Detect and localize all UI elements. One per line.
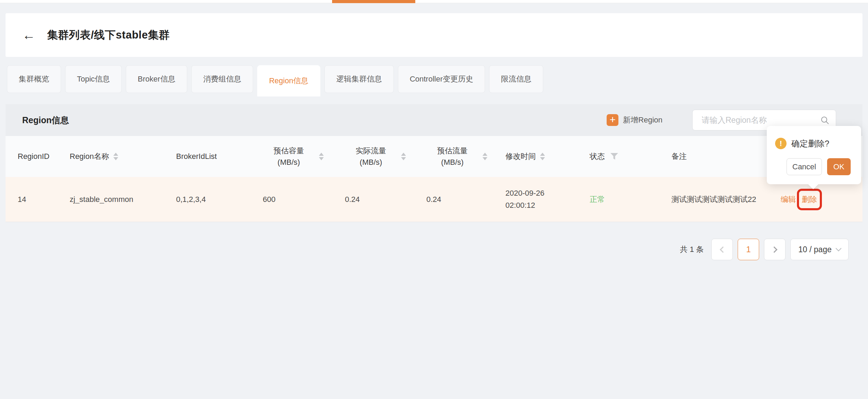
tab-logical-cluster-info[interactable]: 逻辑集群信息 [324,65,394,93]
col-title: 预估容量 (MB/s) [263,145,315,168]
pagination: 共 1 条 1 10 / page [0,239,849,260]
tab-topic-info[interactable]: Topic信息 [65,65,122,93]
col-title: 备注 [671,151,687,162]
region-info-panel: Region信息 + 新增Region RegionID Region名称 Br [6,104,862,222]
top-nav-strip [0,0,868,3]
tab-throttle-info[interactable]: 限流信息 [489,65,543,93]
table-header-row: RegionID Region名称 BrokerIdList 预估容量 (MB/… [6,136,862,177]
filter-icon[interactable] [610,153,618,160]
search-icon[interactable] [820,116,830,125]
tab-consumer-group-info[interactable]: 消费组信息 [191,65,253,93]
tab-bar: 集群概览 Topic信息 Broker信息 消费组信息 Region信息 逻辑集… [7,65,862,96]
sort-icon[interactable] [540,153,545,160]
col-header-modify-time: 修改时间 [505,151,590,162]
panel-header: Region信息 + 新增Region [6,104,862,136]
chevron-left-icon [720,246,726,253]
cell-actions: 编辑 删除 [781,194,857,205]
col-header-region-name: Region名称 [70,151,176,162]
pagination-total: 共 1 条 [680,244,704,255]
cell-modify-time: 2020-09-26 02:00:12 [505,187,590,211]
add-region-label: 新增Region [623,115,662,125]
edit-link[interactable]: 编辑 [781,194,796,205]
sort-icon[interactable] [401,153,406,160]
col-header-est-flow: 预估流量 (MB/s) [426,145,505,168]
col-title: RegionID [18,152,50,161]
delete-confirm-popover: ! 确定删除? Cancel OK [767,126,861,184]
cell-est-flow: 0.24 [426,195,505,204]
tab-broker-info[interactable]: Broker信息 [126,65,187,93]
region-search-input[interactable] [701,115,820,125]
col-header-status: 状态 [590,151,671,162]
col-header-actual-flow: 实际流量 (MB/s) [345,145,426,168]
page-size-select[interactable]: 10 / page [790,239,849,260]
cell-actual-flow: 0.24 [345,195,426,204]
tab-region-info[interactable]: Region信息 [257,65,320,96]
delete-link[interactable]: 删除 [802,194,817,205]
sort-icon[interactable] [113,153,118,160]
col-title: BrokerIdList [176,152,217,161]
warning-icon: ! [775,138,787,149]
col-title: 状态 [590,151,605,162]
col-title: 修改时间 [505,151,536,162]
pagination-page-1[interactable]: 1 [738,239,759,260]
cell-est-capacity: 600 [263,195,345,204]
pagination-next-button[interactable] [764,239,785,260]
cell-remark: 测试测试测试测试测试22 [671,194,781,205]
chevron-down-icon [836,245,842,251]
table-row: 14 zj_stable_common 0,1,2,3,4 600 0.24 0… [6,177,862,222]
col-title: 实际流量 (MB/s) [345,145,397,168]
cancel-button[interactable]: Cancel [787,158,822,175]
sort-icon[interactable] [483,153,487,160]
page-title: 集群列表/线下stable集群 [47,28,170,42]
plus-icon: + [607,114,618,126]
page-header: ← 集群列表/线下stable集群 [6,13,862,57]
tab-controller-change-history[interactable]: Controller变更历史 [398,65,485,93]
panel-title: Region信息 [22,114,69,126]
col-header-remark: 备注 [671,151,781,162]
cell-region-id: 14 [18,195,70,204]
col-header-broker-id-list: BrokerIdList [176,152,263,161]
cell-broker-id-list: 0,1,2,3,4 [176,195,263,204]
pagination-prev-button[interactable] [711,239,733,260]
sort-icon[interactable] [319,153,324,160]
chevron-right-icon [771,246,777,253]
col-header-region-id: RegionID [18,152,70,161]
page-size-label: 10 / page [798,245,832,254]
popconfirm-message: 确定删除? [791,138,829,149]
ok-button[interactable]: OK [827,158,851,175]
status-badge: 正常 [590,194,605,205]
add-region-button[interactable]: + 新增Region [607,114,662,126]
tab-cluster-overview[interactable]: 集群概览 [7,65,61,93]
cell-region-name: zj_stable_common [70,195,176,204]
col-header-est-capacity: 预估容量 (MB/s) [263,145,345,168]
back-arrow-icon[interactable]: ← [22,28,35,42]
col-title: 预估流量 (MB/s) [426,145,478,168]
cell-status: 正常 [590,194,671,205]
col-title: Region名称 [70,151,109,162]
top-nav-active-indicator [332,0,415,3]
